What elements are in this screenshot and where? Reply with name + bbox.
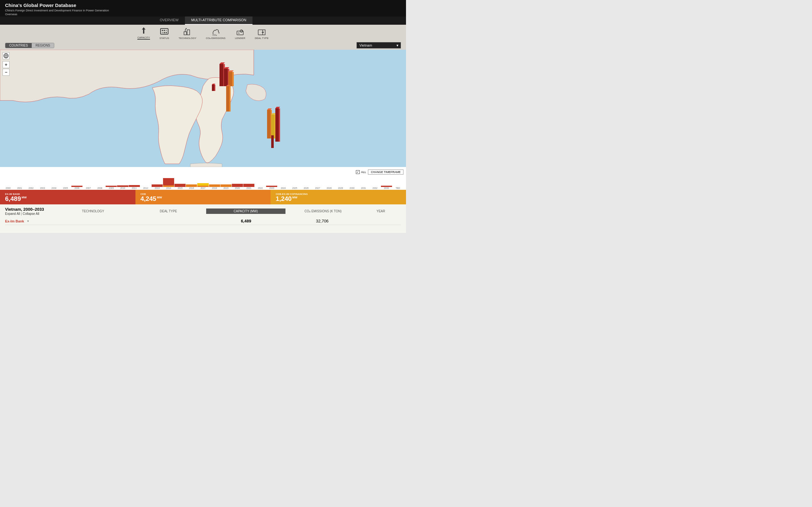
icon-toolbar: CAPACITY STATUS TECHNOLOGY <box>0 25 406 41</box>
timeline-area: ✓ ALL CHANGE TIMEFRAME 20002001200220032… <box>0 167 406 190</box>
timeline-year-label: 2022 <box>255 187 266 189</box>
stat-cofinancing: CDB-EX-IM COFINANCING 1,240MW <box>270 190 406 205</box>
svg-point-3 <box>162 30 163 31</box>
zoom-out-button[interactable]: − <box>3 69 9 76</box>
row-capacity: 6,489 <box>209 219 283 223</box>
icon-capacity[interactable]: CAPACITY <box>137 26 150 40</box>
timeline-year-label: 2029 <box>335 187 346 189</box>
icon-co2[interactable]: CO₂ CO₂ EMISSIONS <box>206 27 225 40</box>
timeline-labels: 2000200120022003200420052006200720082009… <box>3 187 403 190</box>
svg-point-8 <box>165 32 167 33</box>
svg-rect-29 <box>232 72 234 86</box>
svg-rect-22 <box>219 64 223 86</box>
row-exim-label: Ex-Im Bank <box>5 219 24 223</box>
status-icon <box>160 27 169 36</box>
icon-lender[interactable]: $ LENDER <box>235 27 245 40</box>
timeline-bar[interactable] <box>186 184 197 187</box>
country-select[interactable]: Vietnam Indonesia Pakistan <box>357 42 401 49</box>
timeline-bar[interactable] <box>163 178 174 187</box>
expand-row-arrow[interactable]: ▼ <box>27 220 30 223</box>
all-label: ALL <box>361 170 366 174</box>
tab-overview[interactable]: OVERVIEW <box>154 16 185 25</box>
toggle-countries[interactable]: COUNTRIES <box>5 43 32 48</box>
capacity-icon <box>139 26 148 36</box>
svg-rect-44 <box>279 108 280 142</box>
app-subtitle1: China's Foreign Direct Investment and De… <box>5 9 109 12</box>
collapse-all-link[interactable]: Collapse All <box>22 212 39 216</box>
timeline-year-label: 2000 <box>3 187 14 189</box>
tab-multi-attribute[interactable]: MULTI-ATTRIBUTE COMPARISON <box>185 16 253 25</box>
status-label: STATUS <box>159 37 169 40</box>
timeline-bar[interactable] <box>209 184 220 187</box>
svg-rect-43 <box>275 108 279 142</box>
col-header-co2: CO₂ EMISSIONS (K TON) <box>286 210 361 213</box>
expand-all-link[interactable]: Expand All <box>5 212 20 216</box>
timeline-year-label: 2012 <box>140 187 151 189</box>
timeline-bars <box>3 167 403 187</box>
timeline-year-label: 2011 <box>129 187 140 189</box>
timeline-year-label: 2002 <box>26 187 37 189</box>
cofinancing-label: CDB-EX-IM COFINANCING <box>275 193 401 195</box>
technology-icon <box>183 27 192 36</box>
table-title: Vietnam, 2000–2033 <box>5 207 55 212</box>
svg-text:CO₂: CO₂ <box>212 34 217 36</box>
svg-point-6 <box>164 32 165 33</box>
map-svg <box>0 50 406 167</box>
svg-rect-37 <box>267 110 270 138</box>
stat-cdb: CDB 4,245MW <box>136 190 271 205</box>
timeline-year-label: 2020 <box>232 187 243 189</box>
svg-point-5 <box>164 30 165 31</box>
toggle-bar: COUNTRIES REGIONS Vietnam Indonesia Paki… <box>0 41 406 50</box>
svg-rect-32 <box>214 84 215 91</box>
country-selector-wrapper: Vietnam Indonesia Pakistan ▼ <box>357 42 401 49</box>
col-header-dealtype: DEAL TYPE <box>131 210 206 213</box>
timeline-year-label: 2010 <box>117 187 128 189</box>
timeline-controls: ✓ ALL CHANGE TIMEFRAME <box>356 170 403 175</box>
data-table-section: Vietnam, 2000–2033 Expand All | Collapse… <box>0 205 406 233</box>
icon-status[interactable]: STATUS <box>159 27 169 40</box>
timeline-bar[interactable] <box>152 184 163 187</box>
timeline-year-label: 2009 <box>106 187 117 189</box>
globe-button[interactable] <box>3 52 9 59</box>
lender-label: LENDER <box>235 37 245 40</box>
svg-rect-10 <box>187 30 190 35</box>
svg-rect-9 <box>184 32 187 35</box>
timeline-year-label: 2015 <box>174 187 186 189</box>
icon-technology[interactable]: TECHNOLOGY <box>179 27 196 40</box>
technology-label: TECHNOLOGY <box>179 37 196 40</box>
timeline-year-label: TBD <box>392 187 403 189</box>
svg-rect-25 <box>224 69 228 86</box>
timeline-bar[interactable] <box>174 184 186 187</box>
timeline-year-label: 2001 <box>14 187 25 189</box>
timeline-year-label: 2004 <box>49 187 60 189</box>
toggle-regions[interactable]: REGIONS <box>32 43 54 48</box>
svg-rect-2 <box>160 29 168 34</box>
timeline-bar[interactable] <box>197 183 208 187</box>
timeline-bar[interactable] <box>220 184 232 187</box>
svg-rect-28 <box>229 72 232 86</box>
map-container: + − <box>0 50 406 167</box>
dealtype-label: DEAL TYPE <box>255 37 269 40</box>
exim-label: EX-IM BANK <box>5 193 131 195</box>
timeline-year-label: 2032 <box>369 187 380 189</box>
timeline-bar[interactable] <box>232 184 243 187</box>
all-checkbox[interactable]: ✓ <box>356 170 360 174</box>
map-controls: + − <box>3 52 9 76</box>
timeline-year-label: 2017 <box>197 187 208 189</box>
timeline-year-label: 2005 <box>60 187 71 189</box>
timeline-bar[interactable] <box>243 184 254 187</box>
row-co2: 32,706 <box>286 219 359 223</box>
change-timeframe-button[interactable]: CHANGE TIMEFRAME <box>368 170 403 175</box>
icon-dealtype[interactable]: DEAL TYPE <box>255 27 269 40</box>
row-name-exim: Ex-Im Bank ▼ <box>5 219 54 223</box>
timeline-year-label: 2023 <box>266 187 277 189</box>
timeline-year-label: 2014 <box>163 187 174 189</box>
cdb-value: 4,245MW <box>141 195 266 202</box>
zoom-in-button[interactable]: + <box>3 61 9 68</box>
svg-text:$: $ <box>238 32 240 34</box>
timeline-year-label: 2030 <box>346 187 357 189</box>
stat-exim: EX-IM BANK 6,489MW <box>0 190 136 205</box>
app-subtitle2: Overseas <box>5 13 109 16</box>
svg-rect-1 <box>143 29 144 34</box>
co2-label: CO₂ EMISSIONS <box>206 37 225 40</box>
